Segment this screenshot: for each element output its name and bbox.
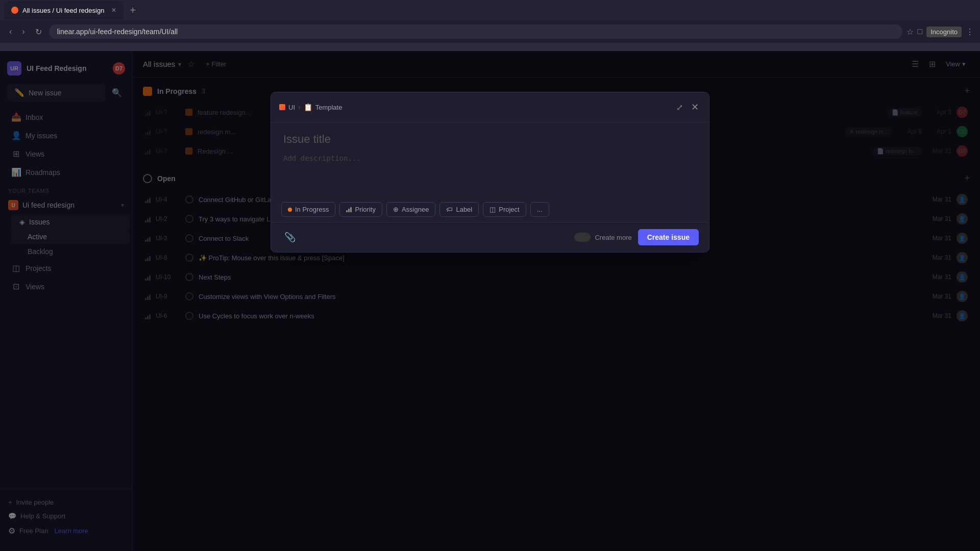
modal-body bbox=[271, 122, 709, 197]
modal-overlay[interactable]: UI › 📋 Template ⤢ ✕ In Progress bbox=[0, 51, 980, 551]
modal-close-button[interactable]: ✕ bbox=[689, 99, 701, 115]
status-dot-icon bbox=[288, 208, 292, 212]
priority-label: Priority bbox=[355, 206, 375, 213]
create-more-label: Create more bbox=[595, 234, 631, 241]
new-tab-button[interactable]: + bbox=[126, 5, 140, 16]
project-label: Project bbox=[499, 206, 519, 213]
assignee-icon: ⊕ bbox=[393, 206, 399, 213]
extension-icon[interactable]: □ bbox=[918, 27, 923, 36]
breadcrumb-separator: › bbox=[298, 103, 301, 111]
project-button[interactable]: ◫ Project bbox=[483, 202, 526, 217]
status-label: In Progress bbox=[295, 206, 329, 213]
assignee-button[interactable]: ⊕ Assignee bbox=[386, 202, 435, 217]
active-tab[interactable]: All issues / Ui feed redesign ✕ bbox=[4, 1, 124, 19]
create-issue-modal: UI › 📋 Template ⤢ ✕ In Progress bbox=[271, 92, 709, 253]
browser-navigation: ‹ › ↻ ☆ □ Incognito ⋮ bbox=[0, 20, 980, 43]
breadcrumb-team: UI bbox=[279, 104, 295, 111]
menu-icon[interactable]: ⋮ bbox=[966, 27, 974, 37]
modal-expand-button[interactable]: ⤢ bbox=[674, 101, 685, 114]
create-issue-label: Create issue bbox=[647, 233, 690, 241]
breadcrumb-template[interactable]: 📋 Template bbox=[304, 103, 342, 111]
issue-description-input[interactable] bbox=[283, 154, 697, 185]
priority-button[interactable]: Priority bbox=[339, 202, 382, 217]
label-label: Label bbox=[456, 206, 472, 213]
address-bar[interactable] bbox=[49, 24, 902, 39]
back-button[interactable]: ‹ bbox=[6, 25, 15, 38]
bookmark-icon[interactable]: ☆ bbox=[906, 27, 914, 37]
create-issue-button[interactable]: Create issue bbox=[638, 229, 699, 245]
tab-close-button[interactable]: ✕ bbox=[111, 7, 116, 14]
create-more-switch[interactable] bbox=[574, 233, 591, 242]
tab-title: All issues / Ui feed redesign bbox=[22, 7, 104, 14]
project-icon: ◫ bbox=[489, 206, 496, 213]
breadcrumb-team-label: UI bbox=[288, 104, 295, 111]
reload-button[interactable]: ↻ bbox=[32, 25, 45, 39]
attachment-button[interactable]: 📎 bbox=[281, 229, 299, 246]
incognito-badge: Incognito bbox=[926, 27, 962, 37]
more-options-button[interactable]: ... bbox=[530, 202, 549, 217]
more-icon: ... bbox=[537, 206, 543, 213]
tab-favicon bbox=[11, 7, 18, 14]
label-icon: 🏷 bbox=[446, 206, 453, 213]
modal-header: UI › 📋 Template ⤢ ✕ bbox=[271, 92, 709, 122]
forward-button[interactable]: › bbox=[19, 25, 28, 38]
create-more-toggle[interactable]: Create more bbox=[574, 233, 631, 242]
modal-properties: In Progress Priority ⊕ Assignee 🏷 Label … bbox=[271, 197, 709, 222]
template-icon: 📋 bbox=[304, 103, 312, 111]
template-label: Template bbox=[315, 104, 342, 111]
modal-breadcrumb: UI › 📋 Template bbox=[279, 103, 342, 111]
breadcrumb-team-icon bbox=[279, 104, 285, 110]
status-button[interactable]: In Progress bbox=[281, 202, 335, 217]
priority-dots-icon bbox=[346, 207, 352, 212]
modal-action-footer: 📎 Create more Create issue bbox=[271, 222, 709, 252]
label-button[interactable]: 🏷 Label bbox=[439, 202, 479, 217]
assignee-label: Assignee bbox=[402, 206, 429, 213]
issue-title-input[interactable] bbox=[283, 133, 697, 146]
